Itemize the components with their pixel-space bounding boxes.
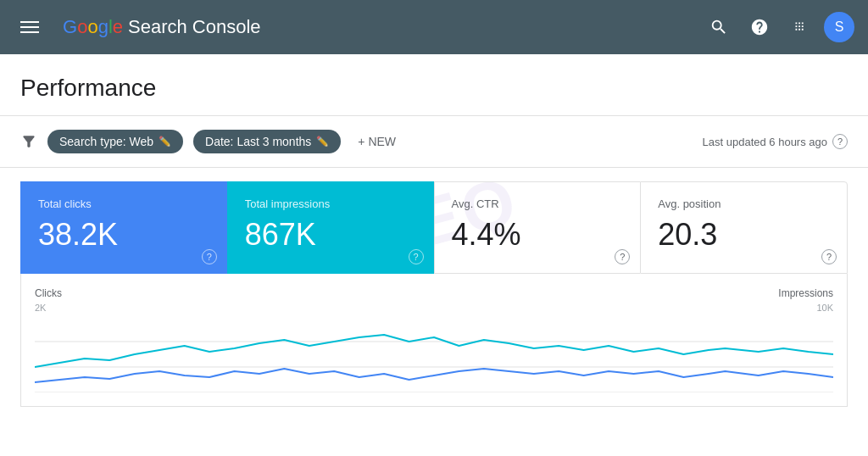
- edit-icon: ✏️: [316, 136, 329, 147]
- page-title: Performance: [20, 75, 848, 102]
- new-filter-button[interactable]: + NEW: [351, 130, 403, 153]
- date-filter[interactable]: Date: Last 3 months ✏️: [193, 130, 341, 153]
- apps-icon[interactable]: [783, 10, 817, 44]
- last-updated-help-icon[interactable]: ?: [832, 134, 848, 149]
- last-updated-text: Last updated 6 hours ago ?: [703, 134, 848, 149]
- total-impressions-label: Total impressions: [245, 197, 417, 210]
- search-icon[interactable]: [702, 10, 736, 44]
- total-impressions-card[interactable]: Total impressions 867K ?: [227, 181, 434, 274]
- total-clicks-card[interactable]: Total clicks 38.2K ?: [20, 181, 227, 274]
- chart-labels: Clicks Impressions: [35, 287, 833, 299]
- edit-icon: ✏️: [159, 136, 171, 147]
- total-clicks-value: 38.2K: [38, 217, 210, 253]
- avg-ctr-value: 4.4%: [452, 217, 624, 253]
- product-name: Search Console: [128, 16, 261, 38]
- total-clicks-label: Total clicks: [38, 197, 210, 210]
- filter-bar: Search type: Web ✏️ Date: Last 3 months …: [0, 116, 868, 168]
- main-content: Performance Search type: Web ✏️ Date: La…: [0, 54, 868, 456]
- header-actions: S: [702, 10, 854, 44]
- header: Google Search Console S: [0, 0, 868, 54]
- chart-right-label: Impressions: [778, 287, 833, 299]
- google-wordmark: Google: [63, 16, 123, 38]
- metrics-container: WEQ Total clicks 38.2K ? Total impressio…: [0, 168, 868, 274]
- app-logo: Google Search Console: [63, 16, 261, 38]
- filter-icon[interactable]: [20, 133, 37, 150]
- avg-position-label: Avg. position: [658, 197, 830, 210]
- search-type-filter[interactable]: Search type: Web ✏️: [47, 130, 183, 153]
- chart-left-scale: 2K: [35, 303, 46, 313]
- chart-right-scale: 10K: [816, 303, 833, 313]
- total-clicks-help-icon[interactable]: ?: [202, 249, 217, 264]
- chart-scale: 2K 10K: [35, 303, 833, 313]
- total-impressions-value: 867K: [245, 217, 417, 253]
- chart-left-label: Clicks: [35, 287, 62, 299]
- avg-ctr-help-icon[interactable]: ?: [615, 249, 630, 264]
- total-impressions-help-icon[interactable]: ?: [409, 249, 424, 264]
- avg-position-help-icon[interactable]: ?: [821, 249, 837, 264]
- avg-ctr-card[interactable]: Avg. CTR 4.4% ?: [434, 181, 641, 274]
- avg-position-value: 20.3: [658, 217, 830, 253]
- user-avatar[interactable]: S: [824, 12, 854, 42]
- avg-position-card[interactable]: Avg. position 20.3 ?: [640, 181, 848, 274]
- avg-ctr-label: Avg. CTR: [452, 197, 624, 210]
- chart-container: Clicks Impressions 2K 10K: [20, 274, 848, 407]
- help-icon[interactable]: [743, 10, 776, 44]
- performance-header: Performance: [0, 54, 868, 116]
- menu-icon[interactable]: [14, 14, 46, 40]
- chart-svg: [35, 316, 833, 392]
